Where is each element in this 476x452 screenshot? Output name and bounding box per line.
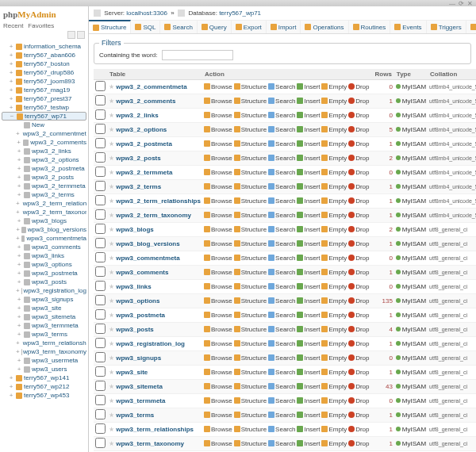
expand-icon[interactable]: + [8,383,14,390]
star-icon[interactable]: ★ [109,383,114,390]
browse-action[interactable]: Browse [204,326,232,333]
table-link[interactable]: wpw3_commentmeta [116,255,179,262]
sync-icon[interactable] [77,31,85,39]
browse-action[interactable]: Browse [204,269,232,276]
star-icon[interactable]: ★ [109,169,114,176]
tab-routines[interactable]: Routines [349,21,391,33]
drop-action[interactable]: Drop [348,383,369,390]
empty-action[interactable]: Empty [321,212,347,219]
expand-icon[interactable]: + [8,86,14,94]
search-action[interactable]: Search [268,412,295,419]
tab-search[interactable]: Search [160,21,197,33]
empty-action[interactable]: Empty [321,312,347,319]
search-action[interactable]: Search [268,383,295,390]
insert-action[interactable]: Insert [297,255,320,262]
insert-action[interactable]: Insert [297,283,320,290]
empty-action[interactable]: Empty [321,326,347,333]
row-check[interactable] [95,423,106,434]
search-action[interactable]: Search [268,269,295,276]
tree-item[interactable]: +terry567_wp141 [2,373,86,382]
star-icon[interactable]: ★ [109,183,114,190]
star-icon[interactable]: ★ [109,269,114,276]
drop-action[interactable]: Drop [348,297,369,305]
star-icon[interactable]: ★ [109,197,114,205]
empty-action[interactable]: Empty [321,140,347,147]
empty-action[interactable]: Empty [321,397,347,404]
expand-icon[interactable]: + [16,191,22,198]
structure-action[interactable]: Structure [234,169,267,176]
structure-action[interactable]: Structure [234,297,267,305]
tree-item[interactable]: +wpw3_2_links [2,147,86,155]
search-action[interactable]: Search [268,354,295,362]
tree-item[interactable]: +wpw3_term_relationships [2,339,86,347]
tab-import[interactable]: Import [267,21,301,33]
browse-action[interactable]: Browse [204,283,232,290]
drop-action[interactable]: Drop [348,369,369,376]
star-icon[interactable]: ★ [109,255,114,262]
drop-action[interactable]: Drop [348,183,369,190]
table-link[interactable]: wpw3_termmeta [116,397,165,404]
insert-action[interactable]: Insert [297,383,320,390]
tree-item[interactable]: +wpw3_2_posts [2,173,86,182]
insert-action[interactable]: Insert [297,226,320,233]
structure-action[interactable]: Structure [234,212,267,219]
browse-action[interactable]: Browse [204,240,232,247]
row-check[interactable] [95,224,106,234]
drop-action[interactable]: Drop [348,83,369,90]
expand-icon[interactable]: + [8,392,14,399]
tree-item[interactable]: +terry567_mag19 [2,86,86,94]
row-check[interactable] [95,167,106,177]
structure-action[interactable]: Structure [234,140,267,147]
browse-action[interactable]: Browse [204,312,232,319]
browse-action[interactable]: Browse [204,169,232,176]
search-action[interactable]: Search [268,169,295,176]
structure-action[interactable]: Structure [234,269,267,276]
drop-action[interactable]: Drop [348,197,369,205]
table-link[interactable]: wpw3_signups [116,354,161,362]
empty-action[interactable]: Empty [321,255,347,262]
tree-item[interactable]: +information_schema [2,42,86,51]
search-action[interactable]: Search [268,197,295,205]
tree-item[interactable]: +terry567_prest37 [2,94,86,103]
row-check[interactable] [95,281,106,291]
insert-action[interactable]: Insert [297,183,320,190]
table-link[interactable]: wpw3_links [116,283,151,290]
expand-icon[interactable]: + [16,147,22,155]
tree-item[interactable]: +wpw3_options [2,260,86,269]
table-link[interactable]: wpw3_posts [116,326,154,333]
row-check[interactable] [95,438,106,448]
star-icon[interactable]: ★ [109,312,114,319]
expand-icon[interactable]: + [16,217,22,224]
drop-action[interactable]: Drop [348,112,369,119]
expand-icon[interactable]: + [16,200,20,207]
db-link[interactable]: terry567_wp71 [219,10,261,17]
drop-action[interactable]: Drop [348,312,369,319]
expand-icon[interactable]: + [8,78,14,85]
expand-icon[interactable]: + [8,60,14,67]
drop-action[interactable]: Drop [348,226,369,233]
table-link[interactable]: wpw3_term_relationships [116,426,194,433]
browse-action[interactable]: Browse [204,412,232,419]
expand-icon[interactable]: + [16,287,20,294]
drop-action[interactable]: Drop [348,269,369,276]
table-link[interactable]: wpw3_registration_log [116,340,185,347]
browse-action[interactable]: Browse [204,126,232,133]
search-action[interactable]: Search [268,240,295,247]
expand-icon[interactable]: + [16,313,22,320]
structure-action[interactable]: Structure [234,312,267,319]
empty-action[interactable]: Empty [321,240,347,247]
insert-action[interactable]: Insert [297,83,320,90]
star-icon[interactable]: ★ [109,126,114,133]
insert-action[interactable]: Insert [297,412,320,419]
browse-action[interactable]: Browse [204,255,232,262]
table-link[interactable]: wpw3_comments [116,269,168,276]
row-check[interactable] [95,109,106,120]
insert-action[interactable]: Insert [297,326,320,333]
tree-item[interactable]: +terry567_aban606 [2,51,86,59]
tab-export[interactable]: Export [232,21,267,33]
row-check[interactable] [95,381,106,391]
empty-action[interactable]: Empty [321,126,347,133]
tab-triggers[interactable]: Triggers [427,21,466,33]
tree-item[interactable]: +wpw3_registration_log [2,286,86,295]
structure-action[interactable]: Structure [234,83,267,90]
